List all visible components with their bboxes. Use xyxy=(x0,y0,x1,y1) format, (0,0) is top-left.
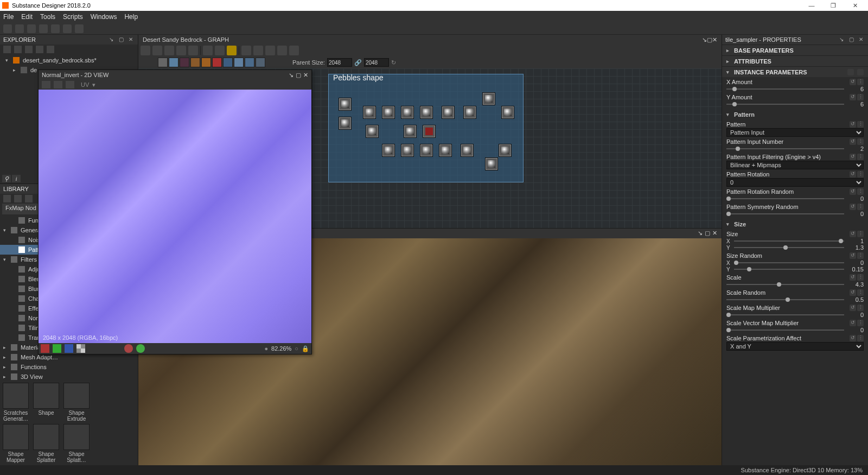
slider[interactable] xyxy=(734,244,844,251)
menu-help[interactable]: Help xyxy=(124,13,138,21)
graph-tool-icon[interactable] xyxy=(152,46,162,55)
color-swatch[interactable] xyxy=(169,58,178,67)
slider[interactable] xyxy=(726,312,844,318)
panel-popout-icon[interactable]: ▢ xyxy=(296,72,301,79)
slider[interactable] xyxy=(726,296,844,303)
copy-icon[interactable] xyxy=(66,81,74,88)
property-select[interactable]: 0 xyxy=(726,178,864,187)
explorer-tool-icon[interactable] xyxy=(3,46,11,53)
slider[interactable] xyxy=(734,259,844,266)
graph-node[interactable] xyxy=(363,106,375,118)
view2d-panel[interactable]: Normal_invert - 2D VIEW ↘ ▢ ✕ UV ▾ 2048 … xyxy=(38,69,312,354)
explorer-tab-meta[interactable]: i xyxy=(12,175,21,182)
python-icon[interactable] xyxy=(227,46,237,55)
library-thumb[interactable]: Shape Extrude xyxy=(63,383,90,422)
open-icon[interactable] xyxy=(27,24,36,33)
graph-node[interactable] xyxy=(401,106,413,118)
graph-node[interactable] xyxy=(442,106,454,118)
camera-icon[interactable] xyxy=(164,46,174,55)
property-select[interactable]: Pattern Input xyxy=(726,128,864,137)
channel-b-icon[interactable] xyxy=(65,344,73,353)
close-button[interactable]: ✕ xyxy=(844,2,866,9)
slider[interactable] xyxy=(726,195,844,202)
graph-tool-icon[interactable] xyxy=(203,46,213,55)
panel-minimize-icon[interactable]: ↘ xyxy=(702,36,707,43)
save-all-icon[interactable] xyxy=(51,24,60,33)
graph-node[interactable] xyxy=(382,106,394,118)
graph-node[interactable] xyxy=(461,144,473,156)
refresh-icon[interactable]: ↻ xyxy=(391,59,396,66)
explorer-tab-info[interactable]: ⚲ xyxy=(2,175,11,182)
menu-tools[interactable]: Tools xyxy=(40,13,55,21)
explorer-tool-icon[interactable] xyxy=(36,46,43,53)
section-instance-parameters[interactable]: ▾INSTANCE PARAMETERS xyxy=(722,66,868,77)
color-swatch[interactable] xyxy=(212,58,222,67)
explorer-tool-icon[interactable] xyxy=(14,46,22,53)
library-tree-item[interactable]: ▸3D View xyxy=(0,372,138,381)
channel-a-icon[interactable] xyxy=(76,344,85,353)
library-tree-item[interactable]: ▸Functions xyxy=(0,362,138,372)
view2d-tool-icon[interactable] xyxy=(252,344,261,353)
view2d-tool-icon[interactable] xyxy=(240,344,249,353)
graph-tool-icon[interactable] xyxy=(141,46,150,55)
graph-node[interactable] xyxy=(483,93,495,105)
slider[interactable] xyxy=(734,266,844,273)
panel-minimize-icon[interactable]: ↘ xyxy=(289,72,293,79)
redo-icon[interactable] xyxy=(75,24,84,33)
shuffle-icon[interactable] xyxy=(241,46,251,55)
library-thumb[interactable]: Shape Mapper xyxy=(2,424,29,463)
minimize-button[interactable]: — xyxy=(801,2,822,9)
library-tool-icon[interactable] xyxy=(25,195,33,202)
panel-popout-icon[interactable]: ▢ xyxy=(705,230,710,237)
graph-node[interactable] xyxy=(423,125,435,137)
library-thumb[interactable]: Shape Splatt… xyxy=(63,424,90,463)
color-swatch[interactable] xyxy=(201,58,211,67)
color-swatch[interactable] xyxy=(190,58,200,67)
graph-tool-icon[interactable] xyxy=(253,46,263,55)
graph-tool-icon[interactable] xyxy=(215,46,225,55)
property-select[interactable]: Bilinear + Mipmaps xyxy=(726,161,864,169)
slider[interactable] xyxy=(726,145,844,152)
channel-g-icon[interactable] xyxy=(53,344,61,353)
library-tab[interactable]: FxMap Nod xyxy=(2,204,40,214)
color-swatch[interactable] xyxy=(223,58,233,67)
graph-node[interactable] xyxy=(486,158,497,170)
graph-node[interactable] xyxy=(366,125,378,137)
graph-node[interactable] xyxy=(382,144,394,156)
panel-popout-icon[interactable]: ▢ xyxy=(707,36,712,43)
slider[interactable] xyxy=(726,327,844,333)
slider[interactable] xyxy=(726,101,844,107)
graph-tool-icon[interactable] xyxy=(289,46,299,55)
section-attributes[interactable]: ▸ATTRIBUTES xyxy=(722,55,868,66)
graph-node[interactable] xyxy=(339,117,351,129)
slider[interactable] xyxy=(726,86,844,92)
menu-scripts[interactable]: Scripts xyxy=(63,13,83,21)
undo-icon[interactable] xyxy=(63,24,72,33)
graph-node[interactable] xyxy=(420,106,432,118)
info-icon[interactable] xyxy=(176,46,186,55)
panel-minimize-icon[interactable]: ↘ xyxy=(698,230,703,237)
chevron-down-icon[interactable]: ▾ xyxy=(92,81,95,88)
channel-r-icon[interactable] xyxy=(41,344,49,353)
color-swatch[interactable] xyxy=(180,58,189,67)
graph-node[interactable] xyxy=(499,144,511,156)
graph-node[interactable] xyxy=(401,144,413,156)
save-icon[interactable] xyxy=(39,24,48,33)
panel-popout-icon[interactable]: ▢ xyxy=(847,36,855,43)
library-tool-icon[interactable] xyxy=(3,195,11,202)
slider[interactable] xyxy=(734,238,844,244)
search-icon[interactable] xyxy=(188,46,198,55)
menu-edit[interactable]: Edit xyxy=(21,13,33,21)
property-select[interactable]: X and Y xyxy=(726,342,864,351)
library-thumb[interactable]: Scratches Generat… xyxy=(2,383,29,422)
color-swatch[interactable] xyxy=(256,58,265,67)
lock-icon[interactable]: 🔒 xyxy=(302,345,309,352)
refresh-icon[interactable] xyxy=(3,24,12,33)
panel-close-icon[interactable]: ✕ xyxy=(712,36,717,43)
section-base-parameters[interactable]: ▸BASE PARAMETERS xyxy=(722,45,868,55)
panel-close-icon[interactable]: ✕ xyxy=(712,230,717,237)
graph-tool-icon[interactable] xyxy=(265,46,275,55)
view2d-tool-icon[interactable] xyxy=(112,344,121,353)
library-tool-icon[interactable] xyxy=(14,195,22,202)
graph-tool-icon[interactable] xyxy=(277,46,287,55)
